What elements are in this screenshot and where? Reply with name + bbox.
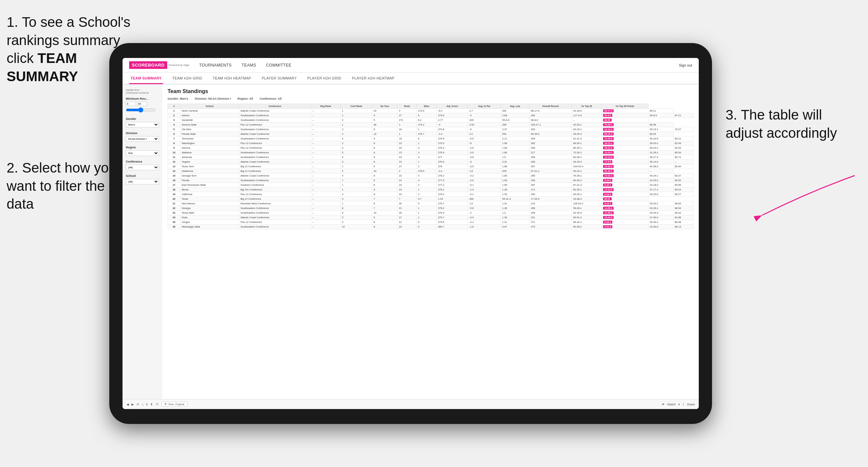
table-row: 12VirginiaAtlantic Coast Conference–3824… (168, 160, 693, 164)
nav-committee[interactable]: COMMITTEE (266, 63, 291, 68)
col-no-tour: No Tour (372, 104, 398, 108)
filter-min-rounds: Minimum Rou... (126, 97, 159, 113)
table-row: 3VanderbiltSoutheastern Conference–25271… (168, 118, 693, 123)
school-select[interactable]: (All) (126, 179, 159, 185)
sign-out: Sign out (679, 63, 692, 67)
dropdown-icon[interactable]: ▾ (678, 403, 680, 406)
main-table-area: Team Standings Gender: Men's Division: N… (162, 85, 699, 399)
tab-player-h2h-grid[interactable]: PLAYER H2H GRID (306, 73, 343, 84)
table-row: 26Mississippi StateSoutheastern Conferen… (168, 224, 693, 229)
min-rounds-input-2[interactable] (137, 102, 147, 106)
logo-box: SCOREBOARD (129, 61, 167, 69)
nav-forward-icon[interactable]: ▶ (131, 403, 134, 406)
table-row: 18IllinoisBig Ten Conference–19231279.1-… (168, 187, 693, 192)
tab-team-h2h-heatmap[interactable]: TEAM H2H HEATMAP (211, 73, 252, 84)
view-original-btn[interactable]: 👁 View: Original (161, 402, 187, 407)
col-school: School (180, 104, 239, 108)
nav-back-icon[interactable]: ◀ (126, 403, 129, 406)
annotation-2: 2. Select how you want to filter the dat… (7, 159, 119, 213)
tab-team-summary[interactable]: TEAM SUMMARY (129, 73, 163, 84)
standings-table: # School Conference Reg Rank Conf Rank N… (167, 104, 693, 229)
refresh-icon[interactable]: ↺ (136, 403, 139, 406)
nav-links: TOURNAMENTS TEAMS COMMITTEE (199, 63, 291, 68)
table-row: 1North CarolinaAtlantic Coast Conference… (168, 108, 693, 113)
filter-gender: Gender Men's Women's (126, 117, 159, 127)
col-wins: Wins (416, 104, 436, 108)
table-row: 7TennesseeSoutheastern Conference–491892… (168, 136, 693, 141)
table-row: 22GeorgiaSoutheastern Conference–8721127… (168, 206, 693, 211)
table-row: 19CaliforniaPac-12 Conference–48242278.2… (168, 192, 693, 197)
time-icon[interactable]: ⏱ (156, 403, 159, 406)
table-row: 5Ole MissSoutheastern Conference–3618127… (168, 127, 693, 132)
bottom-bar: ◀ ▶ ↺ ⌂ ⎘ ⬆ ⏱ 👁 View: Original 👁 Watch ▾… (123, 399, 699, 409)
filter-division: Division NCAA Division I NCAA Division I… (126, 131, 159, 142)
content-area: Update time: 27/03/2024 16:56:26 Minimum… (123, 85, 699, 399)
col-avg-low: Avg. Low (501, 104, 530, 108)
tab-team-h2h-grid[interactable]: TEAM H2H GRID (171, 73, 203, 84)
filters-panel: Update time: 27/03/2024 16:56:26 Minimum… (123, 85, 162, 399)
watch-label[interactable]: Watch (667, 403, 676, 406)
logo-area: SCOREBOARD Powered by clippi (129, 61, 189, 69)
table-row: 9ArizonaPac-12 Conference–28234276.3-4.6… (168, 146, 693, 150)
nav-tournaments[interactable]: TOURNAMENTS (199, 63, 232, 68)
col-conference: Conference (239, 104, 311, 108)
filter-region: Region N/A All (126, 146, 159, 156)
share-btn-icon[interactable]: ⤴ (683, 403, 684, 406)
division-filter-label: Division: NCAA Division I (195, 97, 231, 100)
table-row: 15Georgia TechAtlantic Coast Conference–… (168, 174, 693, 178)
table-row: 23Texas A&MSoutheastern Conference–91030… (168, 211, 693, 215)
gender-filter-label: Gender: Men's (167, 97, 188, 100)
min-rounds-slider[interactable] (126, 107, 156, 113)
table-row: 8WashingtonPac-12 Conference–28231276.3-… (168, 141, 693, 146)
region-select[interactable]: N/A All (126, 150, 159, 156)
gender-select[interactable]: Men's Women's (126, 122, 159, 127)
table-row: 16FloridaSoutheastern Conference–7924427… (168, 178, 693, 183)
table-row: 10AlabamaSoutheastern Conference–5823327… (168, 150, 693, 155)
col-reg-rank: Reg Rank (311, 104, 340, 108)
col-vs-top25: Vs Top 25 (571, 104, 601, 108)
arrow-3-svg (742, 165, 858, 232)
tab-player-h2h-heatmap[interactable]: PLAYER H2H HEATMAP (351, 73, 396, 84)
table-row: 17East Tennessee StateSouthern Conferenc… (168, 183, 693, 187)
table-row: 6Florida StateAtlantic Coast Conference–… (168, 132, 693, 136)
home-icon[interactable]: ⌂ (142, 403, 144, 406)
table-row: 25OregonPac-12 Conference–38210279.5-3.1… (168, 220, 693, 224)
share-icon-bottom[interactable]: ⬆ (150, 403, 153, 406)
copy-icon[interactable]: ⎘ (146, 403, 148, 406)
table-row: 11ArkansasSoutheastern Conference–682332… (168, 155, 693, 160)
table-row: 21New MexicoMountain West Conference–193… (168, 201, 693, 206)
filter-school: School (All) (126, 174, 159, 185)
table-filters-row: Gender: Men's Division: NCAA Division I … (167, 97, 693, 100)
eye-icon[interactable]: 👁 (662, 403, 665, 406)
col-vs-top50: Vs Top 50 Points (602, 104, 648, 108)
nav-teams[interactable]: TEAMS (242, 63, 256, 68)
table-row: 24DukeAtlantic Coast Conference–59271279… (168, 215, 693, 220)
update-time: Update time: 27/03/2024 16:56:26 (126, 88, 159, 94)
top-nav: SCOREBOARD Powered by clippi TOURNAMENTS… (123, 58, 699, 72)
conference-select[interactable]: (All) (126, 165, 159, 170)
table-row: 14OklahomaBig 12 Conference–2242278.5-4.… (168, 169, 693, 174)
tablet-screen: SCOREBOARD Powered by clippi TOURNAMENTS… (123, 58, 699, 409)
col-conf-rank: Conf Rank (340, 104, 372, 108)
table-row: 4Arizona StatePac-12 Conference–1261274.… (168, 123, 693, 127)
region-filter-label: Region: All (238, 97, 253, 100)
annotation-3: 3. The table will adjust accordingly (725, 106, 858, 142)
tablet-device: SCOREBOARD Powered by clippi TOURNAMENTS… (109, 43, 712, 424)
table-row: 20TexasBig 12 Conference–3770.71.4426959… (168, 197, 693, 201)
share-label[interactable]: Share (687, 403, 695, 406)
table-row: 2AuburnSoutheastern Conference–19276273.… (168, 113, 693, 118)
table-row: 13Texas TechBig 12 Conference–19272276-3… (168, 164, 693, 169)
sub-nav: TEAM SUMMARY TEAM H2H GRID TEAM H2H HEAT… (123, 72, 699, 85)
table-title: Team Standings (167, 88, 693, 94)
col-rank: # (168, 104, 181, 108)
logo-sub: Powered by clippi (168, 64, 189, 67)
col-rnds: Rnds (397, 104, 416, 108)
tab-player-summary[interactable]: PLAYER SUMMARY (260, 73, 298, 84)
col-adj-score: Adj. Score (436, 104, 468, 108)
col-overall: Overall Record (530, 104, 572, 108)
division-select[interactable]: NCAA Division I NCAA Division II NCAA Di… (126, 136, 159, 142)
conference-filter-label: Conference: All (260, 97, 281, 100)
filter-conference: Conference (All) (126, 160, 159, 170)
col-avg-par: Avg. to Par (468, 104, 501, 108)
min-rounds-input-1[interactable] (126, 102, 136, 106)
